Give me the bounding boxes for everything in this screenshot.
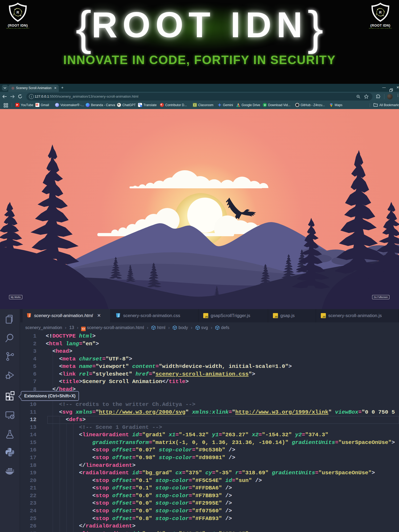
svg-text:R: R <box>379 10 382 14</box>
svg-text:R: R <box>16 10 19 14</box>
